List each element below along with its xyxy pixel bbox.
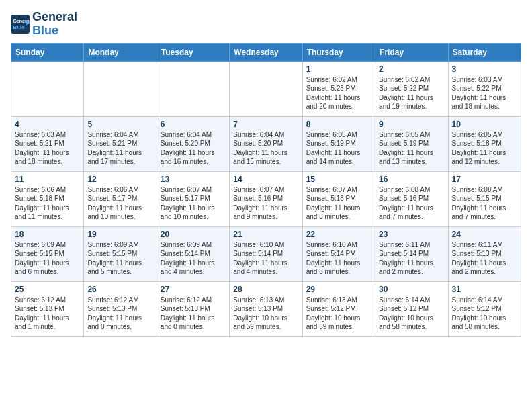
day-number: 26 — [87, 285, 152, 294]
day-info: Sunrise: 6:06 AM Sunset: 5:18 PM Dayligh… — [15, 185, 80, 222]
day-info: Sunrise: 6:04 AM Sunset: 5:21 PM Dayligh… — [87, 130, 152, 167]
day-number: 10 — [452, 120, 517, 129]
day-info: Sunrise: 6:02 AM Sunset: 5:23 PM Dayligh… — [306, 75, 371, 111]
day-number: 16 — [379, 175, 444, 184]
logo-text: General Blue — [32, 11, 77, 38]
day-number: 3 — [452, 64, 517, 74]
calendar-cell: 15Sunrise: 6:07 AM Sunset: 5:16 PM Dayli… — [302, 171, 375, 226]
day-info: Sunrise: 6:07 AM Sunset: 5:16 PM Dayligh… — [233, 185, 298, 222]
day-number: 25 — [15, 285, 80, 294]
day-info: Sunrise: 6:06 AM Sunset: 5:17 PM Dayligh… — [87, 185, 152, 222]
day-number: 22 — [306, 230, 371, 239]
day-info: Sunrise: 6:11 AM Sunset: 5:13 PM Dayligh… — [452, 240, 517, 277]
weekday-header-saturday: Saturday — [448, 43, 521, 61]
day-number: 11 — [15, 175, 80, 184]
day-info: Sunrise: 6:07 AM Sunset: 5:17 PM Dayligh… — [161, 185, 226, 222]
calendar-cell: 24Sunrise: 6:11 AM Sunset: 5:13 PM Dayli… — [448, 226, 521, 281]
weekday-header-row: SundayMondayTuesdayWednesdayThursdayFrid… — [11, 43, 521, 61]
calendar-week-row: 1Sunrise: 6:02 AM Sunset: 5:23 PM Daylig… — [11, 61, 521, 116]
day-info: Sunrise: 6:05 AM Sunset: 5:18 PM Dayligh… — [452, 130, 517, 167]
day-number: 7 — [233, 120, 298, 129]
day-info: Sunrise: 6:09 AM Sunset: 5:14 PM Dayligh… — [161, 240, 226, 277]
calendar-week-row: 11Sunrise: 6:06 AM Sunset: 5:18 PM Dayli… — [11, 171, 521, 226]
calendar-table: SundayMondayTuesdayWednesdayThursdayFrid… — [11, 43, 521, 337]
day-number: 5 — [87, 120, 152, 129]
day-info: Sunrise: 6:04 AM Sunset: 5:20 PM Dayligh… — [161, 130, 226, 167]
calendar-cell: 8Sunrise: 6:05 AM Sunset: 5:19 PM Daylig… — [302, 116, 375, 171]
day-number: 31 — [452, 285, 517, 294]
calendar-cell: 3Sunrise: 6:03 AM Sunset: 5:22 PM Daylig… — [448, 61, 521, 116]
calendar-cell — [84, 61, 157, 116]
calendar-cell: 11Sunrise: 6:06 AM Sunset: 5:18 PM Dayli… — [11, 171, 84, 226]
weekday-header-tuesday: Tuesday — [157, 43, 229, 61]
weekday-header-friday: Friday — [375, 43, 448, 61]
day-info: Sunrise: 6:11 AM Sunset: 5:14 PM Dayligh… — [379, 240, 444, 277]
day-number: 23 — [379, 230, 444, 239]
day-number: 15 — [306, 175, 371, 184]
calendar-cell: 27Sunrise: 6:12 AM Sunset: 5:13 PM Dayli… — [157, 281, 229, 336]
day-number: 21 — [233, 230, 298, 239]
day-number: 27 — [161, 285, 226, 294]
calendar-cell: 16Sunrise: 6:08 AM Sunset: 5:16 PM Dayli… — [375, 171, 448, 226]
calendar-cell — [11, 61, 84, 116]
weekday-header-monday: Monday — [84, 43, 157, 61]
day-number: 8 — [306, 120, 371, 129]
calendar-cell — [230, 61, 302, 116]
calendar-cell: 17Sunrise: 6:08 AM Sunset: 5:15 PM Dayli… — [448, 171, 521, 226]
calendar-cell: 19Sunrise: 6:09 AM Sunset: 5:15 PM Dayli… — [84, 226, 157, 281]
calendar-week-row: 25Sunrise: 6:12 AM Sunset: 5:13 PM Dayli… — [11, 281, 521, 336]
calendar-cell: 30Sunrise: 6:14 AM Sunset: 5:12 PM Dayli… — [375, 281, 448, 336]
day-number: 20 — [161, 230, 226, 239]
day-number: 19 — [87, 230, 152, 239]
day-number: 2 — [379, 64, 444, 74]
calendar-body: 1Sunrise: 6:02 AM Sunset: 5:23 PM Daylig… — [11, 61, 521, 336]
calendar-cell: 7Sunrise: 6:04 AM Sunset: 5:20 PM Daylig… — [230, 116, 302, 171]
logo: General Blue General Blue — [11, 11, 77, 38]
logo-icon: General Blue — [11, 15, 30, 34]
calendar-cell: 10Sunrise: 6:05 AM Sunset: 5:18 PM Dayli… — [448, 116, 521, 171]
day-number: 4 — [15, 120, 80, 129]
calendar-week-row: 18Sunrise: 6:09 AM Sunset: 5:15 PM Dayli… — [11, 226, 521, 281]
calendar-cell: 29Sunrise: 6:13 AM Sunset: 5:12 PM Dayli… — [302, 281, 375, 336]
calendar-cell: 5Sunrise: 6:04 AM Sunset: 5:21 PM Daylig… — [84, 116, 157, 171]
day-info: Sunrise: 6:08 AM Sunset: 5:16 PM Dayligh… — [379, 185, 444, 222]
calendar-cell: 21Sunrise: 6:10 AM Sunset: 5:14 PM Dayli… — [230, 226, 302, 281]
calendar-cell: 28Sunrise: 6:13 AM Sunset: 5:13 PM Dayli… — [230, 281, 302, 336]
calendar-week-row: 4Sunrise: 6:03 AM Sunset: 5:21 PM Daylig… — [11, 116, 521, 171]
day-number: 9 — [379, 120, 444, 129]
calendar-cell: 6Sunrise: 6:04 AM Sunset: 5:20 PM Daylig… — [157, 116, 229, 171]
day-info: Sunrise: 6:05 AM Sunset: 5:19 PM Dayligh… — [306, 130, 371, 167]
calendar-cell: 26Sunrise: 6:12 AM Sunset: 5:13 PM Dayli… — [84, 281, 157, 336]
day-number: 13 — [161, 175, 226, 184]
day-number: 1 — [306, 64, 371, 74]
day-info: Sunrise: 6:13 AM Sunset: 5:13 PM Dayligh… — [233, 295, 298, 332]
day-info: Sunrise: 6:13 AM Sunset: 5:12 PM Dayligh… — [306, 295, 371, 332]
day-info: Sunrise: 6:03 AM Sunset: 5:22 PM Dayligh… — [452, 75, 517, 111]
calendar-cell: 1Sunrise: 6:02 AM Sunset: 5:23 PM Daylig… — [302, 61, 375, 116]
day-info: Sunrise: 6:14 AM Sunset: 5:12 PM Dayligh… — [379, 295, 444, 332]
day-info: Sunrise: 6:10 AM Sunset: 5:14 PM Dayligh… — [233, 240, 298, 277]
svg-text:Blue: Blue — [13, 24, 26, 30]
day-info: Sunrise: 6:09 AM Sunset: 5:15 PM Dayligh… — [87, 240, 152, 277]
day-info: Sunrise: 6:07 AM Sunset: 5:16 PM Dayligh… — [306, 185, 371, 222]
day-info: Sunrise: 6:05 AM Sunset: 5:19 PM Dayligh… — [379, 130, 444, 167]
day-number: 28 — [233, 285, 298, 294]
day-info: Sunrise: 6:12 AM Sunset: 5:13 PM Dayligh… — [15, 295, 80, 332]
calendar-cell: 31Sunrise: 6:14 AM Sunset: 5:12 PM Dayli… — [448, 281, 521, 336]
day-number: 12 — [87, 175, 152, 184]
calendar-cell: 9Sunrise: 6:05 AM Sunset: 5:19 PM Daylig… — [375, 116, 448, 171]
calendar-cell: 25Sunrise: 6:12 AM Sunset: 5:13 PM Dayli… — [11, 281, 84, 336]
calendar-cell: 12Sunrise: 6:06 AM Sunset: 5:17 PM Dayli… — [84, 171, 157, 226]
calendar-cell: 2Sunrise: 6:02 AM Sunset: 5:22 PM Daylig… — [375, 61, 448, 116]
day-info: Sunrise: 6:08 AM Sunset: 5:15 PM Dayligh… — [452, 185, 517, 222]
calendar-cell: 14Sunrise: 6:07 AM Sunset: 5:16 PM Dayli… — [230, 171, 302, 226]
day-number: 14 — [233, 175, 298, 184]
day-info: Sunrise: 6:02 AM Sunset: 5:22 PM Dayligh… — [379, 75, 444, 111]
day-number: 18 — [15, 230, 80, 239]
day-info: Sunrise: 6:09 AM Sunset: 5:15 PM Dayligh… — [15, 240, 80, 277]
calendar-cell: 18Sunrise: 6:09 AM Sunset: 5:15 PM Dayli… — [11, 226, 84, 281]
weekday-header-thursday: Thursday — [302, 43, 375, 61]
day-info: Sunrise: 6:10 AM Sunset: 5:14 PM Dayligh… — [306, 240, 371, 277]
day-number: 17 — [452, 175, 517, 184]
weekday-header-sunday: Sunday — [11, 43, 84, 61]
